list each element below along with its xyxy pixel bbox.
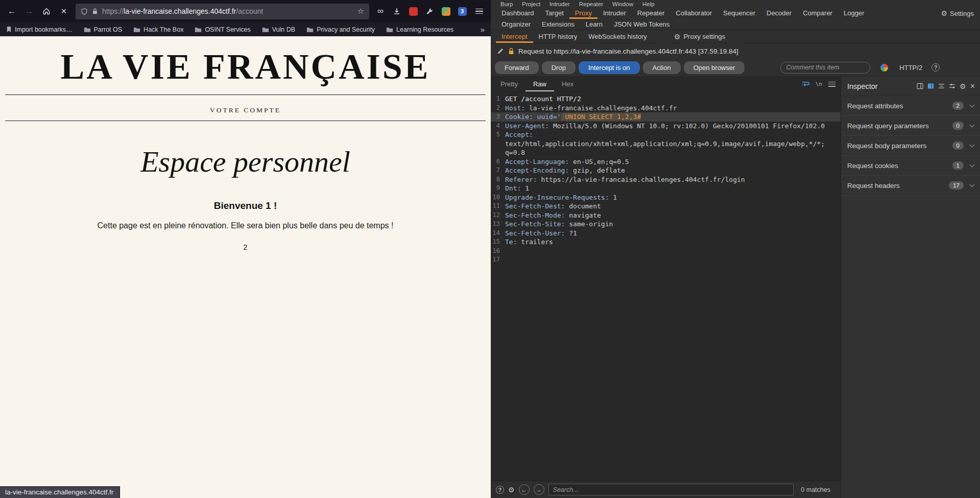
inspector-section-row[interactable]: Request headers 17 — [841, 176, 980, 196]
inspector-settings-icon[interactable]: ⚙ — [960, 83, 966, 90]
secondary-tab[interactable]: Extensions — [536, 19, 580, 30]
layout-docked-icon[interactable] — [927, 83, 934, 89]
adblock-extension-icon[interactable] — [406, 4, 420, 18]
tune-sliders-icon[interactable] — [949, 83, 955, 89]
menubar-item[interactable]: Project — [517, 1, 545, 8]
menubar-item[interactable]: Window — [608, 1, 638, 8]
intercept-action-button[interactable]: Drop — [542, 61, 576, 74]
menubar-item[interactable]: Repeater — [575, 1, 608, 8]
main-tab[interactable]: Proxy — [569, 8, 597, 19]
nav-link-votre-compte[interactable]: VOTRE COMPTE — [210, 106, 281, 114]
search-prev-button[interactable]: ← — [519, 484, 530, 495]
proxy-subtab[interactable]: Intercept — [496, 30, 533, 43]
highlight-colors-icon[interactable] — [880, 64, 888, 72]
main-tab[interactable]: Comparer — [797, 8, 838, 19]
secondary-tab[interactable]: Organizer — [496, 19, 536, 30]
request-line[interactable]: 12 Sec-Fetch-Mode: navigate — [491, 211, 841, 220]
burp-extension-icon[interactable] — [439, 4, 453, 18]
help-icon[interactable]: ? — [931, 63, 940, 72]
request-line[interactable]: q=0.8 — [491, 148, 841, 157]
menu-button[interactable] — [471, 4, 487, 19]
bookmark-item[interactable]: Learning Resources — [386, 26, 453, 33]
request-line[interactable]: 8 Referer: https://la-vie-francaise.chal… — [491, 175, 841, 184]
menubar-item[interactable]: Intruder — [545, 1, 575, 8]
secondary-tab[interactable]: Learn — [580, 19, 608, 30]
bookmark-item[interactable]: Parrot OS — [84, 26, 123, 33]
intercept-action-button[interactable]: Open browser — [684, 61, 745, 74]
editor-menu-icon[interactable] — [828, 82, 835, 87]
comment-input[interactable] — [780, 62, 870, 74]
main-tab[interactable]: Intruder — [597, 8, 632, 19]
bookmark-star-icon[interactable]: ☆ — [357, 7, 364, 16]
search-settings-icon[interactable]: ⚙ — [508, 486, 515, 493]
intercept-action-button[interactable]: Intercept is on — [579, 61, 640, 74]
search-help-icon[interactable]: ? — [496, 486, 504, 494]
inspector-section-row[interactable]: Request attributes 2 — [841, 96, 980, 116]
request-line-text: Accept-Encoding: gzip, deflate — [505, 166, 625, 175]
request-line[interactable]: 1 GET /account HTTP/2 — [491, 94, 841, 104]
request-line-text: Dnt: 1 — [505, 184, 529, 193]
bookmark-item[interactable]: Privacy and Security — [306, 26, 375, 33]
container-extension-icon[interactable]: ∞ — [373, 4, 388, 18]
intercept-action-button[interactable]: Forward — [495, 61, 539, 74]
inspector-section-row[interactable]: Request body parameters 0 — [841, 136, 980, 156]
request-editor[interactable]: 1 GET /account HTTP/2 2 Host: la-vie-fra… — [491, 92, 841, 481]
request-line[interactable]: 6 Accept-Language: en-US,en;q=0.5 — [491, 157, 841, 167]
layout-split-icon[interactable] — [917, 83, 923, 89]
secondary-tab[interactable]: JSON Web Tokens — [608, 19, 675, 30]
proxy-subtab[interactable]: HTTP history — [533, 30, 583, 43]
editor-view-tab[interactable]: Raw — [525, 77, 554, 91]
forward-button[interactable]: → — [21, 4, 37, 19]
request-line[interactable]: 14 Sec-Fetch-User: ?1 — [491, 229, 841, 238]
inspector-section-row[interactable]: Request cookies 1 — [841, 156, 980, 176]
main-tab[interactable]: Sequencer — [718, 8, 761, 19]
settings-button[interactable]: ⚙ Settings — [941, 8, 980, 19]
word-wrap-icon[interactable] — [801, 81, 809, 88]
request-line[interactable]: 15 Te: trailers — [491, 238, 841, 247]
main-tab[interactable]: Repeater — [632, 8, 670, 19]
bookmark-item[interactable]: OSINT Services — [195, 26, 250, 33]
bookmark-item[interactable]: Import bookmarks… — [6, 26, 73, 33]
bookmark-item[interactable]: Vuln DB — [262, 26, 295, 33]
inspector-section-row[interactable]: Request query parameters 0 — [841, 116, 980, 136]
main-tab[interactable]: Logger — [838, 8, 870, 19]
tools-extension-icon[interactable] — [422, 4, 437, 18]
close-icon[interactable]: × — [970, 82, 975, 90]
firefox-window: ← → × https://la-vie-francaise.challenge… — [0, 0, 491, 498]
request-line[interactable]: 11 Sec-Fetch-Dest: document — [491, 202, 841, 211]
request-line[interactable]: text/html,application/xhtml+xml,applicat… — [491, 139, 841, 149]
intercept-action-button[interactable]: Action — [643, 61, 681, 74]
main-tab[interactable]: Decoder — [761, 8, 797, 19]
request-line[interactable]: 13 Sec-Fetch-Site: same-origin — [491, 220, 841, 229]
request-line[interactable]: 4 User-Agent: Mozilla/5.0 (Windows NT 10… — [491, 122, 841, 131]
editor-view-tab[interactable]: Pretty — [493, 77, 525, 91]
main-tab[interactable]: Collaborator — [670, 8, 718, 19]
proxy-subtab[interactable]: WebSockets history — [583, 30, 653, 43]
main-tab[interactable]: Target — [540, 8, 569, 19]
menubar-item[interactable]: Help — [638, 1, 659, 8]
menubar-item[interactable]: Burp — [496, 1, 517, 8]
back-button[interactable]: ← — [4, 4, 19, 19]
extension-badge-3-icon[interactable]: 3 — [455, 4, 469, 18]
request-line[interactable]: 16 — [491, 247, 841, 256]
search-input[interactable] — [548, 484, 794, 495]
request-line[interactable]: 7 Accept-Encoding: gzip, deflate — [491, 166, 841, 175]
request-line[interactable]: 9 Dnt: 1 — [491, 184, 841, 193]
search-next-button[interactable]: → — [534, 484, 544, 495]
request-line[interactable]: 2 Host: la-vie-francaise.challenges.404c… — [491, 104, 841, 113]
bookmarks-overflow-chevron[interactable]: » — [481, 25, 485, 34]
request-line[interactable]: 5 Accept: — [491, 130, 841, 139]
request-line[interactable]: 3 Cookie: uuid=' UNION SELECT 1,2,3# — [491, 112, 841, 122]
main-tab[interactable]: Dashboard — [496, 8, 540, 19]
show-newlines-icon[interactable]: \n — [816, 81, 822, 87]
home-button[interactable] — [39, 4, 54, 19]
url-bar[interactable]: https://la-vie-francaise.challenges.404c… — [76, 4, 369, 19]
request-line[interactable]: 17 — [491, 255, 841, 265]
align-center-icon[interactable] — [938, 83, 945, 89]
request-line[interactable]: 10 Upgrade-Insecure-Requests: 1 — [491, 193, 841, 202]
proxy-settings-button[interactable]: ⚙ Proxy settings — [674, 30, 725, 43]
editor-view-tab[interactable]: Hex — [554, 77, 581, 91]
downloads-button[interactable] — [390, 4, 404, 18]
stop-button[interactable]: × — [56, 4, 71, 19]
bookmark-item[interactable]: Hack The Box — [133, 26, 183, 33]
